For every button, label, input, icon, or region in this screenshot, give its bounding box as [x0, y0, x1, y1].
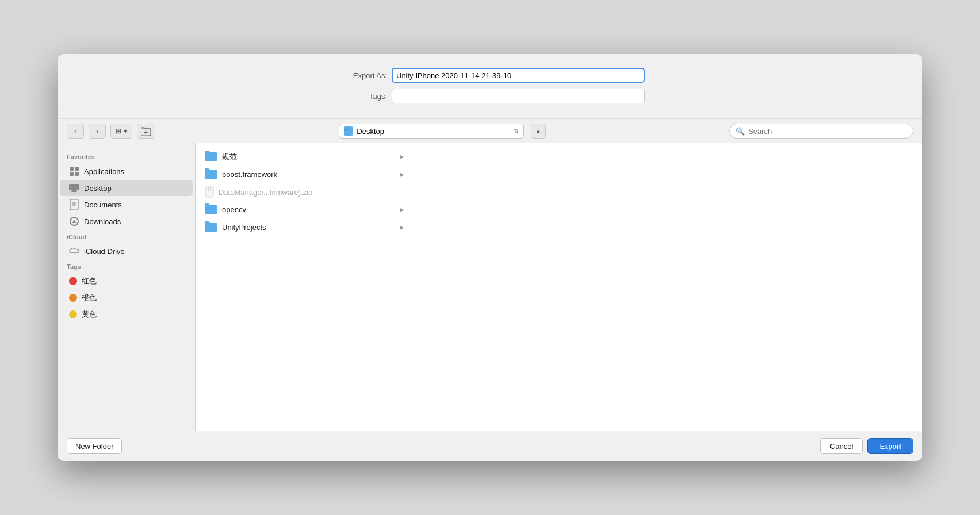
view-chevron-icon: ▾	[124, 127, 127, 135]
svg-rect-12	[70, 199, 78, 210]
toolbar: ‹ › ⊞ ▾ Desktop ⇅	[58, 118, 922, 143]
chevron-right-guifan-icon: ▶	[400, 153, 404, 160]
sidebar-item-tag-yellow[interactable]: 黄色	[60, 306, 193, 322]
sidebar: Favorites Applications	[58, 143, 196, 431]
detail-pane	[414, 143, 922, 431]
dialog-bottom: New Folder Cancel Export	[58, 431, 922, 461]
export-as-input[interactable]	[392, 68, 645, 83]
chevron-right-boost-icon: ▶	[400, 171, 404, 178]
chevron-right-unity-icon: ▶	[400, 224, 404, 230]
tag-yellow-dot	[69, 310, 77, 318]
sidebar-item-desktop[interactable]: Desktop	[60, 180, 193, 196]
svg-rect-7	[70, 172, 74, 176]
export-dialog: Export As: Tags: ‹ › ⊞ ▾	[58, 54, 922, 461]
file-item-guifan[interactable]: 规范 ▶	[196, 148, 414, 166]
sidebar-item-documents[interactable]: Documents	[60, 197, 193, 213]
chevron-right-opencv-icon: ▶	[400, 206, 404, 213]
folder-guifan-icon	[205, 151, 217, 163]
tag-orange-dot	[69, 294, 77, 302]
tags-row: Tags:	[81, 89, 899, 103]
sidebar-item-tag-red[interactable]: 红色	[60, 273, 193, 289]
sidebar-item-documents-label: Documents	[84, 201, 122, 209]
view-mode-icon: ⊞	[116, 127, 121, 135]
downloads-icon	[69, 216, 79, 226]
sidebar-item-icloud-drive-label: iCloud Drive	[84, 247, 125, 256]
view-button[interactable]: ⊞ ▾	[110, 124, 132, 139]
export-as-label: Export As:	[335, 71, 387, 80]
sidebar-item-tag-orange-label: 橙色	[82, 293, 97, 303]
sidebar-item-icloud-drive[interactable]: iCloud Drive	[60, 243, 193, 259]
export-button[interactable]: Export	[867, 438, 913, 454]
search-box: 🔍	[729, 124, 913, 139]
applications-icon	[69, 166, 79, 176]
location-dropdown[interactable]: Desktop ⇅	[339, 124, 523, 139]
file-item-unity-projects[interactable]: UnityProjects ▶	[196, 218, 414, 236]
export-as-row: Export As:	[81, 68, 899, 83]
folder-unity-icon	[205, 221, 217, 233]
forward-button[interactable]: ›	[89, 124, 106, 139]
location-arrows-icon: ⇅	[514, 128, 519, 135]
back-button[interactable]: ‹	[67, 124, 84, 139]
search-input[interactable]	[748, 127, 907, 136]
search-icon: 🔍	[736, 127, 745, 136]
svg-rect-10	[72, 190, 76, 191]
cancel-button[interactable]: Cancel	[820, 438, 863, 454]
svg-rect-19	[205, 187, 213, 197]
svg-rect-11	[71, 191, 77, 192]
sidebar-item-downloads-label: Downloads	[84, 217, 121, 226]
file-name-opencv: opencv	[222, 205, 395, 214]
folder-opencv-icon	[205, 203, 217, 216]
desktop-folder-icon	[344, 126, 353, 136]
dialog-body: Favorites Applications	[58, 143, 922, 431]
file-name-guifan: 规范	[222, 152, 395, 162]
folder-boost-icon	[205, 168, 217, 180]
file-item-datamanager[interactable]: DataManager...firmware).zip	[196, 183, 414, 201]
file-name-boost-framework: boost.framework	[222, 170, 395, 179]
file-name-unity-projects: UnityProjects	[222, 223, 395, 232]
icloud-icon	[69, 246, 79, 256]
file-item-opencv[interactable]: opencv ▶	[196, 201, 414, 218]
svg-rect-5	[70, 167, 74, 171]
sidebar-item-downloads[interactable]: Downloads	[60, 213, 193, 229]
new-folder-toolbar-button[interactable]	[137, 124, 155, 139]
file-list-pane: 规范 ▶ boost.framework ▶	[196, 143, 414, 431]
tag-red-dot	[69, 277, 77, 285]
tags-input[interactable]	[392, 89, 645, 103]
tags-section-label: Tags	[58, 260, 195, 272]
file-item-boost-framework[interactable]: boost.framework ▶	[196, 166, 414, 183]
desktop-icon	[69, 183, 79, 193]
documents-icon	[69, 199, 79, 210]
form-area: Export As: Tags:	[58, 54, 922, 118]
svg-rect-8	[75, 172, 79, 176]
file-zip-icon	[205, 186, 214, 198]
sidebar-item-desktop-label: Desktop	[84, 184, 112, 193]
sidebar-item-applications-label: Applications	[84, 167, 124, 176]
sidebar-item-tag-yellow-label: 黄色	[82, 309, 97, 320]
sidebar-item-applications[interactable]: Applications	[60, 163, 193, 179]
sidebar-item-tag-orange[interactable]: 橙色	[60, 290, 193, 306]
new-folder-button[interactable]: New Folder	[67, 438, 122, 454]
new-folder-icon	[141, 126, 151, 136]
tags-label: Tags:	[335, 92, 387, 101]
file-name-datamanager: DataManager...firmware).zip	[219, 188, 404, 197]
favorites-section-label: Favorites	[58, 150, 195, 163]
svg-rect-6	[75, 167, 79, 171]
location-label: Desktop	[357, 127, 510, 136]
location-up-button[interactable]: ▲	[531, 124, 546, 139]
icloud-section-label: iCloud	[58, 230, 195, 243]
sidebar-item-tag-red-label: 红色	[82, 276, 97, 286]
svg-rect-9	[69, 184, 79, 190]
